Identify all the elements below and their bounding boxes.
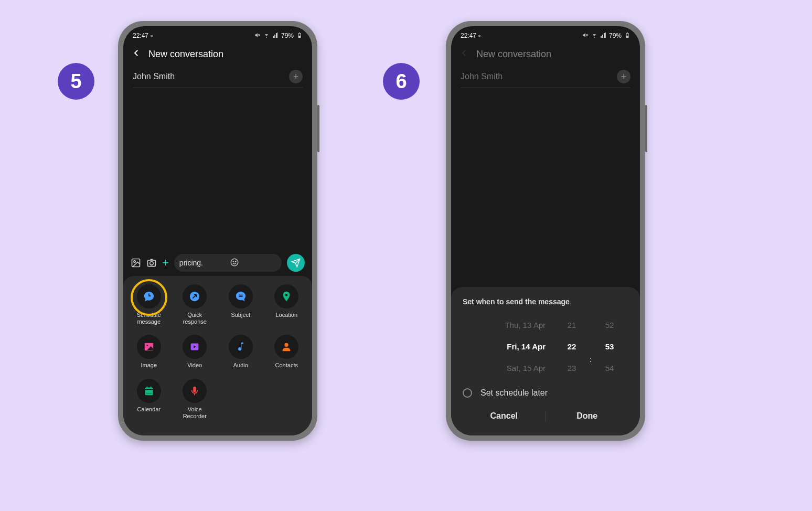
- attach-contacts[interactable]: Contacts: [265, 335, 308, 369]
- mute-icon: [582, 32, 589, 40]
- status-notif-icon: ▫: [151, 32, 153, 39]
- step-badge-6: 6: [383, 63, 420, 100]
- attach-label: Audio: [233, 362, 248, 369]
- attach-label: Quick response: [183, 312, 207, 325]
- svg-point-9: [146, 345, 148, 346]
- set-later-label: Set schedule later: [480, 388, 548, 398]
- datetime-wheel[interactable]: Thu, 13 Apr Fri, 14 Apr Sat, 15 Apr 21 2…: [463, 321, 628, 372]
- signal-icon: [272, 32, 279, 40]
- emoji-icon[interactable]: [230, 258, 276, 269]
- message-input[interactable]: pricing.: [174, 254, 282, 272]
- highlight-ring: [131, 279, 167, 316]
- attach-label: Location: [275, 312, 297, 318]
- attach-audio[interactable]: Audio: [219, 335, 262, 369]
- svg-rect-16: [194, 386, 197, 392]
- attach-location[interactable]: Location: [265, 284, 308, 325]
- done-button[interactable]: Done: [546, 411, 629, 422]
- wifi-icon: [263, 32, 270, 40]
- header-title: New conversation: [476, 49, 551, 60]
- hour-prev[interactable]: 21: [558, 321, 585, 329]
- gallery-icon[interactable]: [131, 258, 141, 268]
- attach-label: Calendar: [137, 406, 161, 413]
- battery-icon: [624, 32, 631, 40]
- battery-label: 79%: [281, 32, 294, 39]
- attach-label: Contacts: [275, 362, 298, 369]
- svg-point-14: [148, 392, 149, 393]
- hour-selected[interactable]: 22: [558, 342, 585, 351]
- attach-calendar[interactable]: Calendar: [127, 379, 170, 420]
- add-recipient-button[interactable]: +: [289, 70, 303, 83]
- svg-point-11: [285, 343, 289, 347]
- attach-label: Video: [187, 362, 202, 369]
- attach-video[interactable]: Video: [174, 335, 217, 369]
- status-time: 22:47: [133, 32, 148, 39]
- min-prev[interactable]: 52: [596, 321, 623, 329]
- message-area: [123, 88, 312, 250]
- conversation-header: New conversation: [451, 42, 640, 67]
- svg-rect-12: [145, 387, 153, 395]
- attach-image[interactable]: Image: [127, 335, 170, 369]
- send-button[interactable]: [287, 254, 305, 272]
- mute-icon: [254, 32, 261, 40]
- recipient-row[interactable]: John Smith +: [123, 67, 312, 88]
- camera-icon[interactable]: [146, 258, 157, 268]
- attach-label: Voice Recorder: [183, 406, 207, 420]
- min-next[interactable]: 54: [596, 364, 623, 372]
- message-area: [451, 88, 640, 287]
- status-bar: 22:47 ▫ 79%: [451, 26, 640, 42]
- min-selected[interactable]: 53: [596, 342, 623, 351]
- back-icon[interactable]: [460, 48, 469, 60]
- svg-point-1: [134, 261, 135, 262]
- svg-point-3: [150, 262, 154, 265]
- status-time: 22:47: [461, 32, 476, 39]
- attach-voice-recorder[interactable]: Voice Recorder: [174, 379, 217, 420]
- hour-wheel[interactable]: 21 22 23: [558, 321, 585, 372]
- time-separator: :: [585, 330, 596, 364]
- plus-icon[interactable]: +: [162, 256, 169, 270]
- message-text: pricing.: [179, 259, 226, 267]
- status-bar: 22:47 ▫ 79%: [123, 26, 312, 42]
- minute-wheel[interactable]: 52 53 54: [596, 321, 623, 372]
- recipient-name: John Smith: [461, 72, 503, 81]
- phone-step-5: 22:47 ▫ 79% New conversation John Smith …: [118, 21, 317, 441]
- hour-next[interactable]: 23: [558, 364, 585, 372]
- date-prev[interactable]: Thu, 13 Apr: [468, 321, 546, 329]
- attachment-panel: Schedule message Quick response Subject …: [123, 276, 312, 435]
- recipient-row: John Smith +: [451, 67, 640, 88]
- cancel-button[interactable]: Cancel: [463, 411, 546, 422]
- back-icon[interactable]: [132, 48, 141, 60]
- recipient-name: John Smith: [133, 72, 175, 81]
- date-wheel[interactable]: Thu, 13 Apr Fri, 14 Apr Sat, 15 Apr: [468, 321, 558, 372]
- attach-quick-response[interactable]: Quick response: [174, 284, 217, 325]
- date-next[interactable]: Sat, 15 Apr: [468, 364, 546, 372]
- conversation-header: New conversation: [123, 42, 312, 67]
- header-title: New conversation: [148, 49, 223, 60]
- attach-label: Image: [141, 362, 157, 369]
- svg-point-5: [233, 261, 234, 262]
- svg-point-4: [231, 259, 239, 266]
- svg-point-6: [236, 261, 237, 262]
- svg-point-13: [146, 392, 147, 393]
- phone-step-6: 22:47 ▫ 79% New conversation John Smith …: [446, 21, 645, 441]
- picker-title: Set when to send the message: [463, 297, 628, 306]
- attach-schedule-message[interactable]: Schedule message: [127, 284, 170, 325]
- battery-icon: [296, 32, 303, 40]
- svg-point-15: [151, 392, 152, 393]
- battery-label: 79%: [609, 32, 622, 39]
- attach-subject[interactable]: Subject: [219, 284, 262, 325]
- attach-label: Subject: [231, 312, 250, 318]
- step-badge-5: 5: [58, 63, 94, 100]
- wifi-icon: [591, 32, 597, 40]
- compose-bar: + pricing.: [123, 250, 312, 276]
- set-later-row[interactable]: Set schedule later: [463, 388, 628, 398]
- status-notif-icon: ▫: [478, 32, 480, 39]
- date-selected[interactable]: Fri, 14 Apr: [468, 342, 546, 351]
- schedule-picker-sheet: Set when to send the message Thu, 13 Apr…: [451, 287, 640, 435]
- add-recipient-button: +: [617, 70, 631, 83]
- radio-icon[interactable]: [463, 388, 472, 398]
- signal-icon: [600, 32, 606, 40]
